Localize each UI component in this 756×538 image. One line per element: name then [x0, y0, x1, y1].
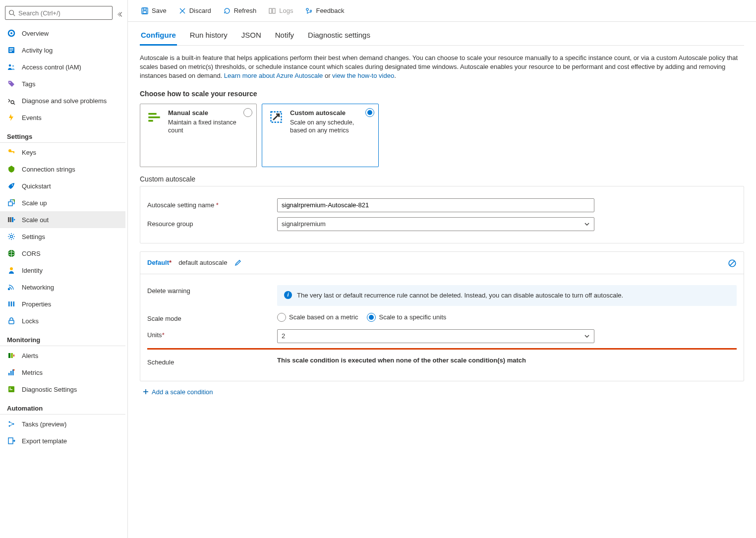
svg-rect-16 — [8, 202, 12, 206]
collapse-sidebar-icon[interactable] — [116, 11, 125, 18]
resource-group-label: Resource group — [147, 220, 271, 228]
custom-autoscale-desc: Scale on any schedule, based on any metr… — [290, 119, 371, 135]
sidebar-item-label: Settings — [22, 233, 45, 240]
scale-up-icon — [7, 199, 16, 207]
custom-autoscale-title: Custom autoscale — [290, 109, 371, 117]
sidebar-item-activity-log[interactable]: Activity log — [0, 42, 125, 59]
sidebar-item-identity[interactable]: Identity — [0, 262, 125, 279]
condition-title: Default* — [147, 259, 172, 266]
tab-json[interactable]: JSON — [240, 28, 262, 45]
keys-icon — [7, 148, 16, 156]
units-label: Units* — [147, 329, 271, 339]
sidebar-item-properties[interactable]: Properties — [0, 296, 125, 312]
tab-notify[interactable]: Notify — [274, 28, 295, 45]
alerts-icon — [7, 352, 16, 359]
autoscale-name-input[interactable] — [277, 198, 594, 212]
manual-scale-title: Manual scale — [168, 109, 249, 117]
svg-line-1 — [13, 14, 15, 16]
refresh-label: Refresh — [234, 7, 257, 14]
scale-mode-cards: Manual scale Maintain a fixed instance c… — [140, 104, 744, 167]
add-scale-condition-button[interactable]: Add a scale condition — [140, 388, 744, 396]
svg-point-11 — [11, 101, 14, 104]
svg-rect-45 — [143, 8, 146, 10]
save-label: Save — [152, 7, 167, 14]
schedule-text: This scale condition is executed when no… — [277, 357, 526, 364]
sidebar-item-label: Quickstart — [22, 182, 51, 190]
feedback-icon — [305, 7, 313, 15]
metrics-icon — [7, 368, 16, 376]
description-period: . — [394, 72, 396, 79]
sidebar-item-alerts[interactable]: Alerts — [0, 347, 125, 364]
manual-scale-card[interactable]: Manual scale Maintain a fixed instance c… — [140, 104, 257, 167]
custom-autoscale-heading: Custom autoscale — [140, 175, 744, 183]
save-button[interactable]: Save — [136, 5, 172, 17]
sidebar-item-cors[interactable]: CORS — [0, 245, 125, 262]
scale-mode-metric-option[interactable]: Scale based on a metric — [277, 313, 358, 322]
svg-point-10 — [9, 82, 10, 83]
custom-autoscale-card[interactable]: Custom autoscale Scale on any schedule, … — [262, 104, 379, 167]
sidebar-item-keys[interactable]: Keys — [0, 144, 125, 161]
svg-rect-39 — [9, 389, 12, 390]
sidebar-item-scale-out[interactable]: Scale out — [0, 211, 125, 228]
sidebar-item-label: CORS — [22, 250, 41, 257]
resource-group-select[interactable]: signalrpremium — [277, 217, 594, 231]
sidebar-item-events[interactable]: Events — [0, 109, 125, 126]
radio-icon — [367, 313, 376, 322]
sidebar-item-diagnostic-settings[interactable]: Diagnostic Settings — [0, 381, 125, 398]
sidebar-item-networking[interactable]: Networking — [0, 279, 125, 296]
custom-autoscale-radio[interactable] — [365, 108, 374, 117]
search-input[interactable] — [18, 9, 109, 17]
sidebar-item-connection-strings[interactable]: Connection strings — [0, 161, 125, 178]
feedback-label: Feedback — [316, 7, 344, 14]
sidebar-item-label: Diagnostic Settings — [22, 386, 77, 393]
svg-point-15 — [12, 184, 13, 185]
sidebar-item-access-control-iam-[interactable]: Access control (IAM) — [0, 59, 125, 75]
sidebar-item-tasks-preview-[interactable]: Tasks (preview) — [0, 416, 125, 432]
refresh-button[interactable]: Refresh — [218, 5, 262, 17]
sidebar-item-label: Properties — [22, 300, 51, 308]
sidebar-item-scale-up[interactable]: Scale up — [0, 194, 125, 211]
search-box[interactable] — [5, 6, 113, 20]
svg-rect-17 — [8, 217, 9, 222]
svg-rect-54 — [148, 116, 160, 118]
svg-rect-27 — [11, 301, 12, 306]
svg-rect-32 — [13, 355, 14, 357]
main: Save Discard Refresh Logs Feedback — [128, 0, 756, 538]
disable-condition-icon[interactable] — [728, 259, 737, 268]
svg-rect-50 — [273, 8, 275, 13]
diagnose-icon — [7, 97, 16, 105]
logs-label: Logs — [279, 7, 293, 14]
svg-rect-46 — [143, 11, 147, 13]
sidebar-item-label: Export template — [22, 437, 67, 445]
manual-scale-radio[interactable] — [243, 108, 252, 117]
tab-diagnostic-settings[interactable]: Diagnostic settings — [307, 28, 371, 45]
discard-button[interactable]: Discard — [174, 5, 216, 17]
sidebar-item-metrics[interactable]: Metrics — [0, 364, 125, 381]
feedback-button[interactable]: Feedback — [300, 5, 349, 17]
settings-icon — [7, 233, 16, 240]
howto-video-link[interactable]: view the how-to video — [332, 72, 394, 79]
sidebar-item-export-template[interactable]: Export template — [0, 432, 125, 449]
svg-rect-38 — [9, 388, 11, 389]
svg-point-0 — [9, 10, 14, 15]
units-select[interactable]: 2 — [277, 329, 594, 343]
svg-rect-26 — [8, 301, 10, 306]
svg-point-8 — [9, 64, 11, 67]
sidebar-item-locks[interactable]: Locks — [0, 312, 125, 329]
sidebar-item-tags[interactable]: Tags — [0, 75, 125, 92]
sidebar-item-label: Diagnose and solve problems — [22, 97, 107, 105]
sidebar-item-quickstart[interactable]: Quickstart — [0, 178, 125, 194]
learn-more-link[interactable]: Learn more about Azure Autoscale — [224, 72, 323, 79]
tab-configure[interactable]: Configure — [140, 28, 177, 46]
scale-mode-specific-option[interactable]: Scale to a specific units — [367, 313, 446, 322]
schedule-label: Schedule — [147, 357, 271, 366]
info-icon: i — [284, 291, 292, 299]
sidebar-item-diagnose-and-solve-problems[interactable]: Diagnose and solve problems — [0, 92, 125, 109]
sidebar-item-overview[interactable]: Overview — [0, 25, 125, 42]
tab-run-history[interactable]: Run history — [189, 28, 229, 45]
edit-condition-icon[interactable] — [234, 259, 242, 267]
sidebar-item-settings[interactable]: Settings — [0, 228, 125, 245]
svg-rect-33 — [8, 373, 10, 375]
radio-icon — [277, 313, 286, 322]
identity-icon — [7, 266, 16, 274]
